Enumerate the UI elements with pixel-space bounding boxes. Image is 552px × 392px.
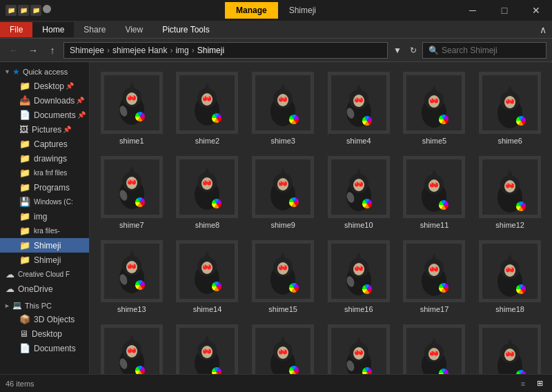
- file-item[interactable]: shime16: [322, 236, 395, 317]
- tab-manage[interactable]: Manage: [225, 2, 278, 19]
- file-name-label: shime10: [344, 221, 373, 229]
- file-item[interactable]: shime11: [398, 152, 471, 233]
- search-box[interactable]: 🔍: [422, 42, 546, 59]
- file-item[interactable]: shime8: [171, 152, 244, 233]
- file-item[interactable]: shime20: [171, 320, 244, 374]
- file-item[interactable]: shime21: [246, 320, 319, 374]
- file-item[interactable]: shime23: [398, 320, 471, 374]
- sidebar-label-desktop: Desktop: [34, 81, 64, 91]
- path-shimeji: Shimeji: [197, 46, 224, 55]
- sidebar-item-documents2[interactable]: 📄 Documents: [0, 341, 89, 355]
- sidebar-label-thispc: This PC: [25, 302, 52, 310]
- grid-view-button[interactable]: ⊞: [533, 377, 546, 391]
- sidebar-item-drawings[interactable]: 📁 drawings: [0, 151, 89, 166]
- ribbon-collapse[interactable]: ∧: [540, 24, 546, 35]
- file-name-label: shime4: [346, 137, 371, 145]
- svg-point-45: [431, 99, 432, 100]
- file-item[interactable]: shime18: [473, 236, 546, 317]
- ribbon-tab-file[interactable]: File: [0, 22, 32, 37]
- main-layout: ▼ ★ Quick access 📁 Desktop 📌 📥 Downloads…: [0, 62, 552, 374]
- svg-point-52: [506, 99, 510, 104]
- file-thumbnail: [252, 240, 314, 302]
- refresh-button[interactable]: ↻: [407, 46, 420, 55]
- sidebar-label-windows: Windows (C:: [34, 198, 73, 206]
- title-bar-left: 📁 📁 📁: [6, 5, 51, 16]
- close-button[interactable]: ✕: [520, 0, 552, 21]
- maximize-button[interactable]: □: [489, 0, 520, 21]
- sidebar-item-pictures[interactable]: 🖼 Pictures 📌: [0, 122, 89, 137]
- svg-point-147: [355, 266, 357, 268]
- sidebar-item-creative-cloud[interactable]: ☁ Creative Cloud F: [0, 267, 89, 282]
- sidebar-item-windows[interactable]: 💾 Windows (C:: [0, 195, 89, 209]
- address-path[interactable]: Shimejee › shimejee Hank › img › Shimeji: [63, 42, 388, 59]
- item-count: 46 items: [6, 380, 34, 388]
- file-thumbnail: [479, 156, 541, 218]
- file-item[interactable]: shime5: [398, 68, 471, 149]
- sidebar-item-documents[interactable]: 📄 Documents 📌: [0, 108, 89, 122]
- sidebar-item-kra-files[interactable]: 📁 kra files-: [0, 224, 89, 238]
- file-item[interactable]: shime10: [322, 152, 395, 233]
- file-item[interactable]: shime4: [322, 68, 395, 149]
- file-item[interactable]: shime3: [246, 68, 319, 149]
- sidebar-label-kra-files: kra files-: [34, 227, 60, 235]
- svg-point-26: [279, 97, 281, 99]
- file-item[interactable]: shime13: [95, 236, 168, 317]
- file-item[interactable]: shime24: [473, 320, 546, 374]
- svg-point-46: [435, 99, 436, 100]
- sidebar-label-documents2: Documents: [34, 344, 76, 353]
- ribbon-tab-home[interactable]: Home: [32, 22, 74, 37]
- back-button[interactable]: ←: [6, 42, 22, 59]
- sidebar-item-onedrive[interactable]: ☁ OneDrive: [0, 282, 89, 296]
- file-item[interactable]: shime12: [473, 152, 546, 233]
- sidebar-item-desktop2[interactable]: 🖥 Desktop: [0, 326, 89, 341]
- svg-point-192: [279, 350, 283, 355]
- folder-icon-sh2: 📁: [19, 255, 30, 265]
- app-icon4: [43, 5, 51, 13]
- sidebar: ▼ ★ Quick access 📁 Desktop 📌 📥 Downloads…: [0, 62, 90, 374]
- sidebar-item-shimeji2[interactable]: 📁 Shimeji: [0, 253, 89, 267]
- sidebar-item-programs[interactable]: 📁 Programs: [0, 180, 89, 195]
- quick-access-header[interactable]: ▼ ★ Quick access: [0, 65, 89, 79]
- sidebar-item-captures[interactable]: 📁 Captures: [0, 137, 89, 151]
- file-item[interactable]: shime22: [322, 320, 395, 374]
- file-item[interactable]: shime15: [246, 236, 319, 317]
- title-text: Shimeji: [278, 2, 327, 19]
- file-item[interactable]: shime6: [473, 68, 546, 149]
- folder-icon-draw: 📁: [19, 153, 30, 164]
- search-input[interactable]: [442, 46, 540, 55]
- file-thumbnail: [479, 324, 541, 374]
- file-item[interactable]: shime17: [398, 236, 471, 317]
- address-dropdown[interactable]: ▼: [391, 46, 404, 55]
- file-item[interactable]: shime1: [95, 68, 168, 149]
- svg-point-71: [203, 181, 207, 186]
- file-item[interactable]: shime19: [95, 320, 168, 374]
- ribbon-right: ∧: [540, 24, 552, 35]
- cloud-icon-cc: ☁: [6, 269, 14, 280]
- ribbon-tab-share[interactable]: Share: [74, 22, 115, 37]
- sidebar-item-desktop[interactable]: 📁 Desktop 📌: [0, 79, 89, 93]
- this-pc-header[interactable]: ► 💻 This PC: [0, 299, 89, 312]
- ribbon-tab-picture-tools[interactable]: Picture Tools: [152, 22, 219, 37]
- list-view-button[interactable]: ≡: [516, 377, 530, 391]
- file-item[interactable]: shime9: [246, 152, 319, 233]
- svg-point-130: [208, 265, 209, 266]
- sidebar-item-kra[interactable]: 📁 kra fnf files: [0, 166, 89, 180]
- svg-point-109: [510, 184, 514, 188]
- ribbon-tab-view[interactable]: View: [115, 22, 152, 37]
- file-thumbnail: [403, 240, 465, 302]
- svg-point-91: [355, 182, 357, 184]
- svg-point-148: [359, 266, 361, 268]
- up-button[interactable]: ↑: [44, 42, 61, 59]
- sidebar-item-img[interactable]: 📁 img: [0, 209, 89, 224]
- content-area: shime1shime2shime3shime4shime5shime6shim…: [90, 62, 552, 374]
- file-item[interactable]: shime14: [171, 236, 244, 317]
- forward-button[interactable]: →: [25, 42, 41, 59]
- minimize-button[interactable]: ─: [457, 0, 489, 21]
- sidebar-item-shimeji1[interactable]: 📁 Shimeji: [0, 238, 89, 253]
- sidebar-item-downloads[interactable]: 📥 Downloads 📌: [0, 93, 89, 108]
- sidebar-item-3d[interactable]: 📦 3D Objects: [0, 312, 89, 326]
- app-icon2: 📁: [18, 5, 29, 16]
- file-item[interactable]: shime2: [171, 68, 244, 149]
- svg-point-157: [431, 267, 432, 268]
- file-item[interactable]: shime7: [95, 152, 168, 233]
